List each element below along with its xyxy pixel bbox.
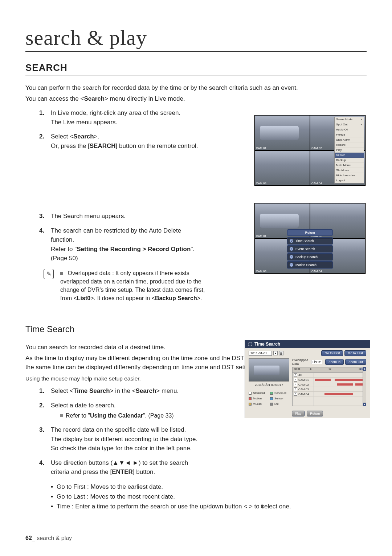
menu-item-spot-out[interactable]: Spot Out▸ xyxy=(335,122,364,127)
page-footer: 62_ search & play xyxy=(25,535,72,541)
menu-item-play[interactable]: Play xyxy=(335,148,364,153)
play-button[interactable]: Play xyxy=(292,411,305,416)
chevron-right-icon: ▸ xyxy=(361,118,362,121)
go-first-button[interactable]: Go to First xyxy=(321,350,343,356)
chevron-right-icon: ▸ xyxy=(361,123,362,126)
return-button[interactable]: Return xyxy=(307,411,323,416)
dialog-titlebar: Time Search xyxy=(245,340,370,348)
menu-item-main-menu[interactable]: Main Menu xyxy=(335,163,364,168)
note-overlapped-data: ✎ Overlapped data : It only appears if t… xyxy=(44,269,211,303)
bullet-time: Time : Enter a time to perform the searc… xyxy=(51,501,367,511)
submenu-backup-search[interactable]: ⎘Backup Search xyxy=(287,253,333,261)
step-4: 4. The search can be restricted by the A… xyxy=(51,226,203,263)
scrollbar[interactable]: ▲ ▼ xyxy=(363,367,366,406)
chevron-down-icon: ▾ xyxy=(319,360,321,364)
search-submenu: Return ⏱Time Search !Event Search ⎘Backu… xyxy=(287,229,333,269)
submenu-time-search[interactable]: ⏱Time Search xyxy=(287,237,333,245)
checkbox[interactable]: ✓ xyxy=(294,383,297,386)
ts-step-1: 1. Select <Time Search> in the <Search> … xyxy=(51,386,203,396)
step-1: 1.In Live mode, right-click any area of … xyxy=(51,108,203,127)
submenu-motion-search[interactable]: ⇢Motion Search xyxy=(287,261,333,269)
motion-icon: ⇢ xyxy=(290,263,293,267)
scroll-down-icon[interactable]: ▼ xyxy=(363,403,366,406)
checkbox[interactable]: ✓ xyxy=(294,378,297,382)
calendar-up-icon[interactable]: ▲ xyxy=(273,351,278,355)
up-down-icon: ⬍ xyxy=(260,502,264,510)
scroll-up-icon[interactable]: ▲ xyxy=(363,367,366,371)
preview-time: 2011/01/01 00:01:17 xyxy=(249,382,289,387)
submenu-event-search[interactable]: !Event Search xyxy=(287,245,333,253)
calendar-icon[interactable]: ▦ xyxy=(279,351,283,355)
zoom-out-button[interactable]: Zoom Out xyxy=(345,359,366,365)
menu-item-scene-mode[interactable]: Scene Mode▸ xyxy=(335,117,364,122)
timeline-header: 00:01 6 12 24 Go xyxy=(292,367,366,373)
ts-step-4: 4. Use direction buttons (▲▼◄ ►) to set … xyxy=(51,458,203,477)
ts-step-3: 3.The record data on the specific date w… xyxy=(51,425,203,453)
subsection-heading-time-search: Time Search xyxy=(25,324,367,336)
chapter-title: search & play xyxy=(25,25,367,52)
menu-item-freeze[interactable]: Freeze xyxy=(335,132,364,137)
channel-rows: ✓All ✓CAM 01 ✓CAM 02 ✓CAM 03 ✓CAM 04 xyxy=(292,373,366,406)
checkbox[interactable]: ✓ xyxy=(294,387,297,391)
overlapped-dropdown[interactable]: List1▾ xyxy=(311,360,322,364)
checkbox[interactable]: ✓ xyxy=(294,392,297,396)
menu-item-search[interactable]: Search xyxy=(335,153,364,158)
event-icon: ! xyxy=(290,247,293,251)
legend: Standard Schedule Motion Sensor V.Loss E… xyxy=(249,391,289,406)
checkbox[interactable]: ✓ xyxy=(294,373,297,377)
date-field[interactable]: 2011-01-01 xyxy=(249,351,272,356)
go-last-button[interactable]: Go to Last xyxy=(344,350,366,356)
intro-text-2: You can access the <Search> menu directl… xyxy=(25,94,367,104)
menu-item-audio-off[interactable]: Audio Off xyxy=(335,127,364,132)
ts-step-2: 2. Select a date to search. Refer to "Us… xyxy=(51,401,203,420)
bullet-go-first: Go to First : Moves to the earliest date… xyxy=(51,482,367,492)
menu-item-record[interactable]: Record xyxy=(335,142,364,148)
menu-item-shutdown[interactable]: Shutdown xyxy=(335,168,364,173)
bullet-go-last: Go to Last : Moves to the most recent da… xyxy=(51,492,367,501)
clock-icon: ⏱ xyxy=(290,239,293,243)
menu-item-hide-launcher[interactable]: Hide Launcher xyxy=(335,173,364,178)
context-menu: Scene Mode▸ Spot Out▸ Audio Off Freeze S… xyxy=(334,117,364,184)
backup-icon: ⎘ xyxy=(290,255,293,259)
menu-item-stop-alarm[interactable]: Stop Alarm xyxy=(335,137,364,142)
menu-item-backup[interactable]: Backup xyxy=(335,158,364,163)
step-3: 3.The Search menu appears. xyxy=(51,211,203,221)
figure-search-submenu: 2011-01-01 01:10:25 CAM 01 CAM 02 CAM 03… xyxy=(254,203,366,274)
zoom-in-button[interactable]: Zoom In xyxy=(325,359,344,365)
intro-text-1: You can perform the search for recorded … xyxy=(25,83,367,93)
clock-icon xyxy=(248,342,252,346)
time-search-dialog: Time Search 2011-01-01 ▲ ▦ Go to First G… xyxy=(245,340,370,418)
section-heading-search: SEARCH xyxy=(25,62,367,76)
note-icon: ✎ xyxy=(44,269,54,279)
figure-live-menu: 2011-01-01 01:10:25 CAM 01 CAM 02 CAM 03… xyxy=(254,115,366,186)
menu-item-logout[interactable]: Logout xyxy=(335,178,364,183)
preview-thumbnail xyxy=(249,358,289,382)
submenu-return[interactable]: Return xyxy=(287,229,333,236)
step-2: 2. Select <Search>. Or, press the [SEARC… xyxy=(51,132,203,150)
